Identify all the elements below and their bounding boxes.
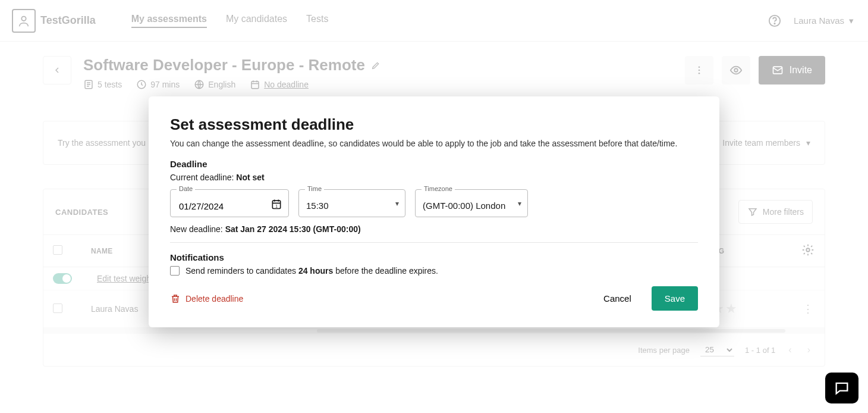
modal-title: Set assessment deadline (170, 115, 698, 134)
new-prefix: New deadline: (170, 224, 225, 234)
reminder-suffix: before the deadline expires. (333, 266, 438, 276)
delete-label: Delete deadline (185, 294, 243, 304)
deadline-modal: Set assessment deadline You can change t… (149, 96, 719, 327)
time-field[interactable]: Time 15:30 ▾ (298, 189, 405, 217)
tz-label: Timezone (422, 185, 455, 192)
deadline-fields: Date 1 Time 15:30 ▾ Timezone (GMT-00:00)… (170, 189, 698, 217)
deadline-subhead: Deadline (170, 159, 698, 169)
reminder-text: Send reminders to candidates 24 hours be… (185, 266, 438, 276)
date-field[interactable]: Date 1 (170, 189, 289, 217)
time-value: 15:30 (306, 201, 398, 211)
timezone-field[interactable]: Timezone (GMT-00:00) London ▾ (415, 189, 528, 217)
chat-icon (834, 380, 850, 396)
new-deadline-line: New deadline: Sat Jan 27 2024 15:30 (GMT… (170, 224, 698, 234)
new-value: Sat Jan 27 2024 15:30 (GMT-00:00) (225, 224, 361, 234)
save-button[interactable]: Save (652, 286, 698, 311)
separator (170, 242, 698, 243)
notifications-subhead: Notifications (170, 252, 698, 262)
delete-deadline-button[interactable]: Delete deadline (170, 293, 243, 304)
reminder-checkbox[interactable] (170, 266, 180, 276)
reminder-bold: 24 hours (298, 266, 333, 276)
cancel-button[interactable]: Cancel (590, 286, 644, 311)
reminder-row: Send reminders to candidates 24 hours be… (170, 266, 698, 276)
svg-text:1: 1 (275, 204, 278, 208)
calendar-icon[interactable]: 1 (271, 198, 282, 212)
modal-footer: Delete deadline Cancel Save (170, 286, 698, 311)
modal-desc: You can change the assessment deadline, … (170, 139, 698, 148)
chevron-down-icon: ▾ (518, 199, 521, 208)
current-prefix: Current deadline: (170, 173, 236, 182)
time-label: Time (305, 185, 324, 192)
current-value: Not set (236, 173, 264, 182)
date-label: Date (177, 185, 195, 192)
reminder-prefix: Send reminders to candidates (185, 266, 298, 276)
trash-icon (170, 293, 181, 304)
current-deadline-line: Current deadline: Not set (170, 173, 698, 182)
timezone-value: (GMT-00:00) London (423, 201, 520, 211)
chat-fab[interactable] (825, 373, 858, 403)
date-input[interactable] (178, 201, 281, 212)
chevron-down-icon: ▾ (395, 199, 399, 208)
